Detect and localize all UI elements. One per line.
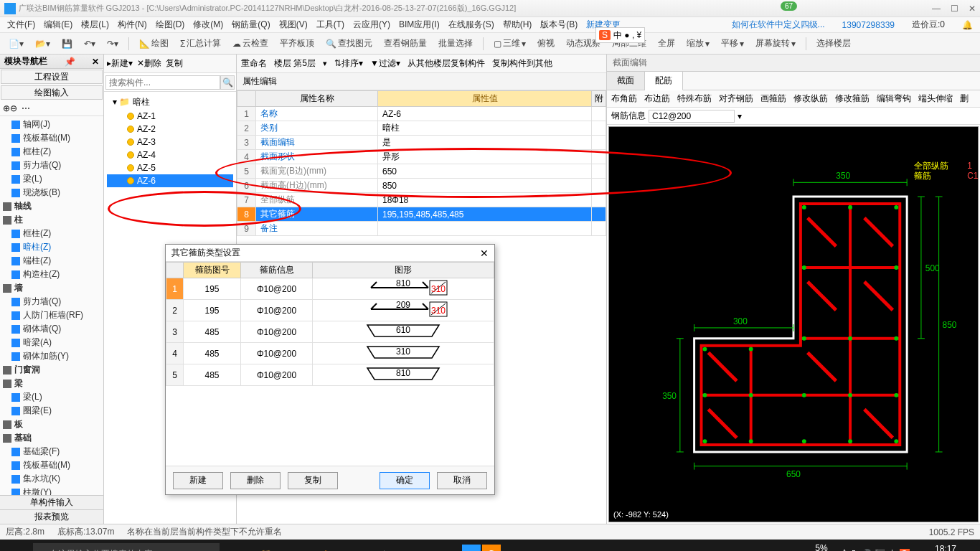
tree-node[interactable]: 框柱(Z) (1, 227, 102, 240)
sec-tool[interactable]: 对齐钢筋 (719, 93, 753, 105)
tree-node[interactable]: 暗梁(A) (1, 336, 102, 349)
tree-node[interactable]: 梁 (1, 377, 102, 390)
section-canvas[interactable]: 350 500 850 300 350 650 全部纵筋 箍筋 1 C1 (X:… (608, 126, 979, 522)
menu-component[interactable]: 构件(N) (113, 19, 151, 31)
nav-bottom-single[interactable]: 单构件输入 (0, 495, 103, 509)
zoom-button[interactable]: 缩放▾ (682, 36, 714, 51)
prop-row[interactable]: 8其它箍筋195,195,485,485,485 (237, 207, 606, 222)
app-icon-7[interactable]: ▦ (502, 542, 531, 551)
dlg-row[interactable]: 5485Φ10@200810 (166, 364, 494, 386)
menu-online[interactable]: 在线服务(S) (444, 19, 499, 31)
sec-tool[interactable]: 编辑弯钩 (877, 93, 911, 105)
app-icon-6[interactable]: G (482, 545, 501, 551)
nav-bottom-report[interactable]: 报表预览 (0, 509, 103, 524)
nav-pin-icon[interactable]: 📌 (65, 57, 75, 67)
rebar-info-input[interactable] (649, 110, 735, 123)
menu-help[interactable]: 帮助(H) (499, 19, 537, 31)
prop-row[interactable]: 5截面宽(B边)(mm)650 (237, 164, 606, 179)
select-floor-button[interactable]: 选择楼层 (812, 36, 855, 51)
undo-icon[interactable]: ↶▾ (80, 37, 100, 50)
tree-node[interactable]: 剪力墙(Q) (1, 295, 102, 309)
dlg-copy-button[interactable]: 复制 (288, 472, 338, 489)
rename-button[interactable]: 重命名 (241, 57, 267, 70)
menu-cloud[interactable]: 云应用(Y) (349, 19, 395, 31)
comp-item[interactable]: AZ-6 (107, 174, 233, 187)
menu-modify[interactable]: 修改(M) (189, 19, 227, 31)
edge-icon[interactable]: e (341, 542, 370, 551)
nav-close-icon[interactable]: ✕ (92, 57, 99, 67)
menu-edit[interactable]: 编辑(E) (39, 19, 77, 31)
tree-node[interactable]: 框柱(Z) (1, 145, 102, 159)
start-button[interactable]: ⊞ (3, 542, 32, 551)
dialog-close-icon[interactable]: ✕ (480, 248, 489, 259)
tree-node[interactable]: 砌体墙(Q) (1, 322, 102, 336)
floor-selector[interactable]: 楼层 第5层 (274, 57, 316, 70)
prop-row[interactable]: 6截面高(H边)(mm)850 (237, 179, 606, 193)
menu-floor[interactable]: 楼层(L) (77, 19, 113, 31)
menu-tool[interactable]: 工具(T) (312, 19, 349, 31)
sec-tool[interactable]: 特殊布筋 (677, 93, 712, 105)
sec-tool[interactable]: 布角筋 (611, 93, 637, 105)
tree-node[interactable]: 轴网(J) (1, 118, 102, 131)
dlg-cancel-button[interactable]: 取消 (437, 472, 487, 489)
menu-file[interactable]: 文件(F) (3, 19, 39, 31)
batch-select-button[interactable]: 批量选择 (434, 36, 477, 51)
copy-to-button[interactable]: 复制构件到其他 (492, 57, 552, 70)
open-icon[interactable]: 📂▾ (31, 37, 55, 50)
3d-button[interactable]: ▢三维▾ (489, 36, 530, 51)
tree-node[interactable]: 基础 (1, 431, 102, 445)
dlg-ok-button[interactable]: 确定 (380, 472, 430, 489)
sec-tool[interactable]: 删 (960, 93, 969, 105)
taskbar-search[interactable]: ○ 在这里输入你要搜索的内容 (33, 543, 220, 551)
app-icon-4[interactable]: ◔ (432, 542, 461, 551)
comp-item[interactable]: AZ-3 (107, 136, 233, 149)
sec-tool[interactable]: 修改箍筋 (835, 93, 870, 105)
tree-node[interactable]: 门窗洞 (1, 363, 102, 377)
pan-button[interactable]: 平移▾ (717, 36, 748, 51)
menu-version[interactable]: 版本号(B) (536, 19, 582, 31)
tree-node[interactable]: 端柱(Z) (1, 254, 102, 268)
new-file-icon[interactable]: 📄▾ (4, 37, 28, 50)
dlg-row[interactable]: 3485Φ10@200610 (166, 321, 494, 343)
prop-row[interactable]: 3截面编辑是 (237, 136, 606, 150)
align-top-button[interactable]: 平齐板顶 (275, 36, 319, 51)
find-button[interactable]: 🔍查找图元 (321, 36, 377, 51)
copy-button[interactable]: 复制 (166, 57, 183, 70)
copy-from-button[interactable]: 从其他楼层复制构件 (407, 57, 485, 70)
sec-tool[interactable]: 端头伸缩 (918, 93, 953, 105)
app-icon-5[interactable]: + (462, 545, 481, 551)
search-button[interactable]: 🔍 (220, 75, 235, 90)
comp-root[interactable]: ▾ 📁 暗柱 (107, 95, 233, 110)
app-icon-3[interactable]: ↗ (402, 542, 430, 551)
menu-rebar[interactable]: 钢筋量(Q) (227, 19, 274, 31)
tree-node[interactable]: 柱墩(Y) (1, 486, 102, 495)
top-view-button[interactable]: 俯视 (533, 36, 559, 51)
nav-expand-icon[interactable]: ⊕⊖ (3, 103, 17, 113)
tree-node[interactable]: 集水坑(K) (1, 472, 102, 486)
comp-item[interactable]: AZ-2 (107, 123, 233, 136)
search-hint[interactable]: 如何在软件中定义四级... (727, 19, 829, 31)
menu-draw[interactable]: 绘图(D) (151, 19, 189, 31)
ime-bar[interactable]: S 中 ● , ¥ (595, 27, 645, 43)
folder-icon[interactable]: 📁 (251, 542, 280, 551)
maximize-icon[interactable]: ☐ (951, 4, 958, 14)
dlg-row[interactable]: 4485Φ10@200310 (166, 343, 494, 364)
tree-node[interactable]: 基础梁(F) (1, 445, 102, 458)
close-icon[interactable]: ✕ (969, 4, 976, 14)
draw-button[interactable]: 📐绘图 (135, 36, 173, 51)
tree-node[interactable]: 轴线 (1, 199, 102, 213)
prop-row[interactable]: 1名称AZ-6 (237, 107, 606, 121)
tree-node[interactable]: 墙 (1, 281, 102, 295)
tree-node[interactable]: 暗柱(Z) (1, 240, 102, 254)
dlg-new-button[interactable]: 新建 (173, 472, 223, 489)
nav-tab-draw[interactable]: 绘图输入 (1, 85, 103, 100)
tab-section[interactable]: 截面 (607, 72, 645, 90)
cloud-check-button[interactable]: ☁云检查 (228, 36, 273, 51)
redo-icon[interactable]: ↷▾ (103, 37, 123, 50)
prop-row[interactable]: 4截面形状异形 (237, 150, 606, 164)
menu-bim[interactable]: BIM应用(I) (395, 19, 444, 31)
tree-node[interactable]: 现浇板(B) (1, 186, 102, 199)
new-button[interactable]: ▸新建▾ (107, 57, 133, 70)
prop-row[interactable]: 7全部纵筋18Φ18 (237, 193, 606, 207)
dlg-del-button[interactable]: 删除 (230, 472, 281, 489)
